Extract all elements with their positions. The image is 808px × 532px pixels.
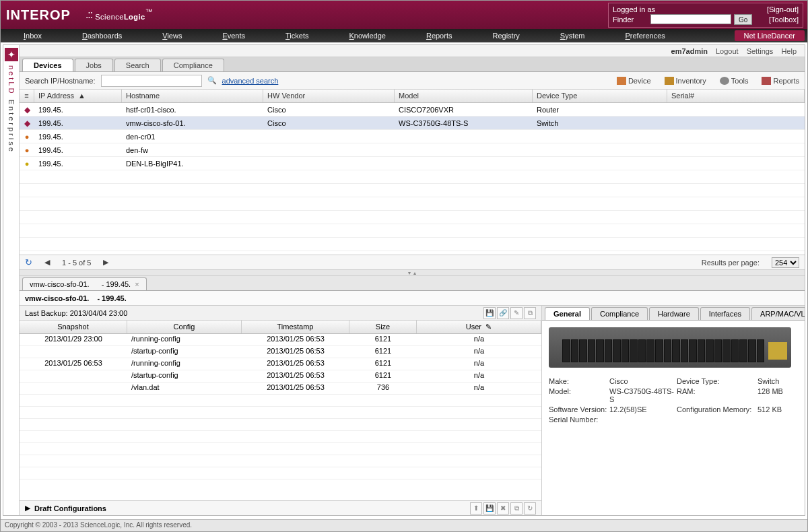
rpp-select[interactable]: 254 (772, 257, 799, 268)
table-row[interactable] (20, 170, 805, 184)
tab-devices[interactable]: Devices (22, 59, 73, 71)
settings-link[interactable]: Settings (747, 47, 774, 55)
menu-reports[interactable]: Reports (406, 32, 473, 40)
menu-preferences[interactable]: Preferences (605, 32, 685, 40)
menu-registry[interactable]: Registry (472, 32, 539, 40)
menu-inbox[interactable]: Inbox (3, 32, 62, 40)
col-vendor[interactable]: HW Vendor (263, 90, 395, 102)
rtab-general[interactable]: General (545, 307, 590, 320)
btn-tools[interactable]: Tools (720, 77, 749, 85)
rtab-interfaces[interactable]: Interfaces (700, 307, 750, 320)
search-input[interactable] (101, 75, 202, 87)
table-row[interactable] (20, 407, 541, 419)
table-row[interactable]: ◆199.45.vmw-cisco-sfo-01.CiscoWS-C3750G-… (20, 117, 805, 130)
btn-device[interactable]: Device (617, 77, 651, 85)
splitter[interactable]: ▾ ▴ (20, 269, 805, 276)
finder-input[interactable] (650, 14, 731, 24)
table-row[interactable]: ●199.45.den-cr01 (20, 130, 805, 143)
sign-out-link[interactable]: [Sign-out] (767, 5, 799, 13)
page-next-icon[interactable]: ▶ (103, 258, 108, 267)
tab-jobs[interactable]: Jobs (75, 59, 113, 71)
table-row[interactable]: 2013/01/29 23:00/running-config2013/01/2… (20, 334, 541, 346)
table-row[interactable] (20, 419, 541, 431)
detail-tab[interactable]: vmw-cisco-sfo-01. - 199.45. × (22, 277, 147, 290)
go-button[interactable]: Go (734, 14, 752, 25)
table-row[interactable] (20, 224, 805, 238)
menu-views[interactable]: Views (142, 32, 202, 40)
tool-link-icon[interactable]: 🔗 (497, 307, 509, 319)
rtab-compliance[interactable]: Compliance (591, 307, 648, 320)
backup-row: Last Backup: 2013/04/04 23:00 💾 🔗 ✎ ⧉ (20, 306, 541, 321)
close-icon[interactable]: × (135, 280, 139, 288)
table-row[interactable]: ●199.45.den-fw (20, 143, 805, 157)
menu-system[interactable]: System (540, 32, 605, 40)
help-link[interactable]: Help (781, 47, 797, 55)
col-ip[interactable]: IP Address ▲ (34, 90, 122, 102)
reports-icon (762, 77, 771, 85)
tool-edit-icon[interactable]: ✎ (510, 307, 523, 319)
tab-search[interactable]: Search (114, 59, 161, 71)
col-config[interactable]: Config (127, 321, 242, 333)
status-icon: ● (20, 146, 34, 154)
expand-icon[interactable]: ▶ (25, 504, 30, 512)
tool-save-icon[interactable]: 💾 (483, 307, 496, 319)
col-hostname[interactable]: Hostname (122, 90, 263, 102)
rtab-arp[interactable]: ARP/MAC/VLAN (751, 307, 805, 320)
draft-save-icon[interactable]: 💾 (483, 502, 496, 514)
logout-link[interactable]: Logout (716, 47, 739, 55)
table-row[interactable] (20, 197, 805, 211)
menu-netlinedancer[interactable]: Net LineDancer (735, 30, 805, 41)
draft-upload-icon[interactable]: ⬆ (470, 502, 482, 514)
btn-reports[interactable]: Reports (762, 77, 799, 85)
col-serial[interactable]: Serial# (667, 90, 805, 102)
footer: Copyright © 2003 - 2013 ScienceLogic, In… (1, 519, 807, 531)
menu-bar: Inbox Dashboards Views Events Tickets Kn… (1, 29, 807, 42)
draft-refresh-icon[interactable]: ↻ (524, 502, 536, 514)
menu-knowledge[interactable]: Knowledge (329, 32, 405, 40)
device-icon (617, 77, 626, 85)
rtab-hardware[interactable]: Hardware (649, 307, 699, 320)
table-row[interactable] (20, 211, 805, 224)
menu-events[interactable]: Events (202, 32, 265, 40)
page-range: 1 - 5 of 5 (62, 259, 91, 267)
table-row[interactable] (20, 238, 805, 251)
table-row[interactable]: 2013/01/25 06:53/running-config2013/01/2… (20, 358, 541, 370)
table-row[interactable]: ●199.45.DEN-LB-BigIP41. (20, 157, 805, 170)
device-title: vmw-cisco-sfo-01.- 199.45. (20, 291, 805, 306)
table-row[interactable]: /startup-config2013/01/25 06:536121n/a (20, 346, 541, 358)
table-row[interactable] (20, 431, 541, 443)
col-user[interactable]: User ✎ (417, 321, 541, 333)
advanced-search-link[interactable]: advanced search (222, 77, 279, 85)
draft-row[interactable]: ▶ Draft Configurations ⬆ 💾 ✖ ⧉ ↻ (20, 500, 541, 515)
right-tabs: General Compliance Hardware Interfaces A… (542, 306, 805, 321)
tool-copy-icon[interactable]: ⧉ (524, 307, 536, 319)
table-row[interactable] (20, 443, 541, 455)
table-row[interactable] (20, 455, 541, 467)
page-prev-icon[interactable]: ◀ (44, 258, 50, 267)
tab-compliance[interactable]: Compliance (162, 59, 224, 71)
table-row[interactable] (20, 467, 541, 479)
col-snapshot[interactable]: Snapshot (20, 321, 127, 333)
table-row[interactable]: ◆199.45.hstf-cr01-cisco.CiscoCISCO7206VX… (20, 103, 805, 117)
status-icon: ● (20, 133, 34, 141)
cfg-body: 2013/01/29 23:00/running-config2013/01/2… (20, 334, 541, 500)
sidebar-text-1: netLD (7, 65, 15, 95)
col-model[interactable]: Model (395, 90, 533, 102)
search-icon[interactable]: 🔍 (207, 76, 217, 85)
toolbox-link[interactable]: [Toolbox] (769, 15, 799, 24)
tools-icon (720, 77, 729, 85)
table-row[interactable]: /startup-config2013/01/25 06:536121n/a (20, 370, 541, 383)
col-device-type[interactable]: Device Type (533, 90, 667, 102)
table-row[interactable] (20, 184, 805, 197)
btn-inventory[interactable]: Inventory (665, 77, 706, 85)
col-status-icon[interactable]: ≡ (20, 90, 34, 102)
draft-copy-icon[interactable]: ⧉ (510, 502, 523, 514)
table-row[interactable] (20, 395, 541, 407)
draft-delete-icon[interactable]: ✖ (497, 502, 509, 514)
refresh-icon[interactable]: ↻ (25, 257, 32, 267)
col-timestamp[interactable]: Timestamp (242, 321, 349, 333)
menu-dashboards[interactable]: Dashboards (62, 32, 142, 40)
table-row[interactable]: /vlan.dat2013/01/25 06:53736n/a (20, 383, 541, 395)
menu-tickets[interactable]: Tickets (265, 32, 329, 40)
col-size[interactable]: Size (349, 321, 417, 333)
